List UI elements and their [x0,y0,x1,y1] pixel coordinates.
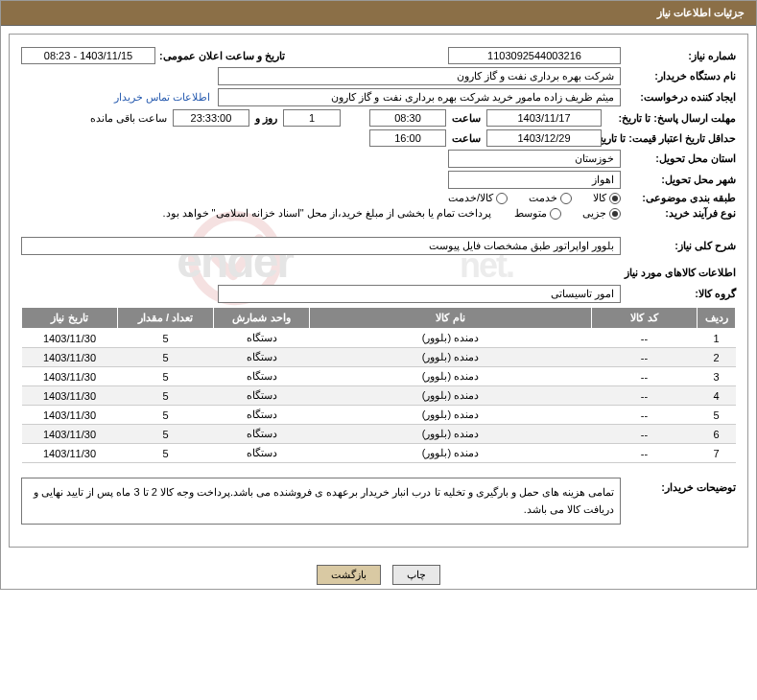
table-cell: دمنده (بلوور) [310,348,592,367]
creator-label: ایجاد کننده درخواست: [621,91,736,104]
creator-value: میثم ظریف زاده مامور خرید شرکت بهره بردا… [218,88,621,106]
contact-buyer-link[interactable]: اطلاعات تماس خریدار [114,91,218,104]
page-container: جزئیات اطلاعات نیاز AriaTender .net شمار… [0,0,757,590]
table-cell: 1 [698,329,736,348]
th-name: نام کالا [310,308,592,329]
table-cell: 1403/11/30 [22,425,118,444]
group-label: گروه کالا: [621,288,736,300]
table-cell: دستگاه [214,329,310,348]
radio-small-label: جزیی [582,207,606,220]
radio-medium-label: متوسط [514,207,547,220]
table-cell: 1403/11/30 [22,386,118,406]
validity-date: 1403/12/29 [486,129,602,147]
table-cell: -- [592,367,698,386]
content-panel: AriaTender .net شماره نیاز: 110309254400… [9,34,748,548]
goods-section-title: اطلاعات کالاهای مورد نیاز [21,267,736,279]
print-button[interactable]: چاپ [392,565,440,585]
request-number-value: 1103092544003216 [448,47,621,64]
radio-small[interactable]: جزیی [582,207,621,220]
purchase-type-label: نوع فرآیند خرید: [621,207,736,220]
table-cell: 5 [698,406,736,425]
radio-goods-circle [609,193,621,204]
radio-service-label: خدمت [529,192,557,204]
back-button[interactable]: بازگشت [317,565,381,585]
table-row: 7--دمنده (بلوور)دستگاه51403/11/30 [22,444,736,463]
table-cell: دستگاه [214,367,310,386]
announce-label: تاریخ و ساعت اعلان عمومی: [155,50,285,62]
desc-value: بلوور اواپراتور طبق مشخصات فایل پیوست [21,237,621,255]
table-cell: -- [592,348,698,367]
table-row: 3--دمنده (بلوور)دستگاه51403/11/30 [22,367,736,386]
buyer-label: نام دستگاه خریدار: [621,70,736,82]
page-title-bar: جزئیات اطلاعات نیاز [1,1,756,26]
table-cell: 5 [118,406,214,425]
radio-goods-service-circle [496,193,508,204]
radio-goods-service[interactable]: کالا/خدمت [448,192,508,204]
table-cell: 6 [698,425,736,444]
remaining-days: 1 [283,109,341,127]
table-cell: -- [592,386,698,406]
th-date: تاریخ نیاز [22,308,118,329]
button-row: چاپ بازگشت [1,555,756,589]
radio-goods[interactable]: کالا [593,192,621,204]
province-label: استان محل تحویل: [621,152,736,165]
table-cell: 5 [118,367,214,386]
radio-medium[interactable]: متوسط [514,207,561,220]
th-row: ردیف [698,308,736,329]
table-cell: 1403/11/30 [22,406,118,425]
table-cell: -- [592,425,698,444]
table-cell: 1403/11/30 [22,367,118,386]
purchase-type-radio-group: جزیی متوسط [497,207,621,220]
city-value: اهواز [448,171,621,189]
table-row: 4--دمنده (بلوور)دستگاه51403/11/30 [22,386,736,406]
th-code: کد کالا [592,308,698,329]
validity-hour: 16:00 [369,129,446,147]
table-cell: دستگاه [214,406,310,425]
table-cell: 4 [698,386,736,406]
table-cell: -- [592,444,698,463]
table-cell: 5 [118,386,214,406]
table-row: 1--دمنده (بلوور)دستگاه51403/11/30 [22,329,736,348]
province-value: خوزستان [448,150,621,168]
table-cell: دمنده (بلوور) [310,329,592,348]
table-cell: دستگاه [214,348,310,367]
th-unit: واحد شمارش [214,308,310,329]
radio-goods-service-label: کالا/خدمت [448,192,493,204]
radio-goods-label: کالا [593,192,606,204]
buyer-notes-label: توضیحات خریدار: [621,478,736,494]
table-cell: دمنده (بلوور) [310,406,592,425]
table-row: 5--دمنده (بلوور)دستگاه51403/11/30 [22,406,736,425]
table-cell: دستگاه [214,444,310,463]
table-cell: دمنده (بلوور) [310,425,592,444]
payment-note: پرداخت تمام یا بخشی از مبلغ خرید،از محل … [21,207,497,220]
category-radio-group: کالا خدمت کالا/خدمت [431,192,621,204]
remaining-time: 23:33:00 [173,109,249,127]
table-cell: 1403/11/30 [22,444,118,463]
table-cell: -- [592,329,698,348]
table-header-row: ردیف کد کالا نام کالا واحد شمارش تعداد /… [22,308,736,329]
deadline-date: 1403/11/17 [486,109,602,127]
radio-small-circle [609,208,621,220]
table-cell: دستگاه [214,386,310,406]
page-title: جزئیات اطلاعات نیاز [657,7,745,18]
table-cell: 1403/11/30 [22,348,118,367]
radio-service-circle [560,193,572,204]
request-number-label: شماره نیاز: [621,50,736,62]
validity-label: حداقل تاریخ اعتبار قیمت: تا تاریخ: [602,132,736,145]
group-value: امور تاسیساتی [218,285,621,303]
category-label: طبقه بندی موضوعی: [621,192,736,204]
th-qty: تعداد / مقدار [118,308,214,329]
table-row: 6--دمنده (بلوور)دستگاه51403/11/30 [22,425,736,444]
radio-medium-circle [550,208,561,220]
goods-table: ردیف کد کالا نام کالا واحد شمارش تعداد /… [21,307,736,463]
radio-service[interactable]: خدمت [529,192,572,204]
table-cell: دمنده (بلوور) [310,444,592,463]
hour-label-2: ساعت [446,132,486,145]
days-label: روز و [249,112,283,125]
table-cell: -- [592,406,698,425]
table-cell: 2 [698,348,736,367]
remaining-label: ساعت باقی مانده [84,112,173,125]
table-cell: 7 [698,444,736,463]
table-cell: 5 [118,348,214,367]
buyer-value: شرکت بهره برداری نفت و گاز کارون [218,67,621,85]
